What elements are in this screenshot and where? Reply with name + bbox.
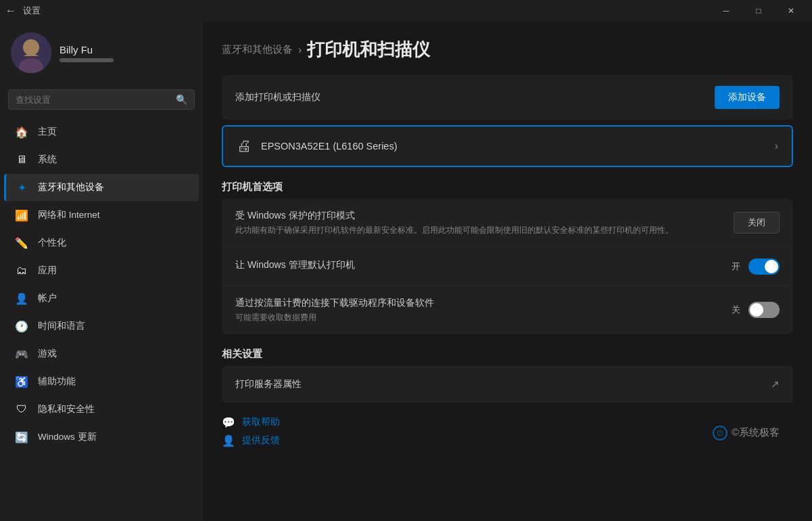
sidebar-item-label: Windows 更新 <box>38 431 97 443</box>
feedback-icon: 👤 <box>222 434 235 447</box>
user-name: Billy Fu <box>59 44 114 55</box>
user-info: Billy Fu <box>59 44 114 62</box>
search-input[interactable] <box>16 95 170 105</box>
sidebar-item-label: 应用 <box>38 265 57 277</box>
sidebar-item-label: 系统 <box>38 154 57 166</box>
content-area: 蓝牙和其他设备 › 打印机和扫描仪 添加打印机或扫描仪 添加设备 🖨 EPSON… <box>203 22 812 521</box>
user-status-bar <box>59 58 114 62</box>
sidebar-item-label: 时间和语言 <box>38 320 85 332</box>
privacy-icon: 🛡 <box>15 403 28 416</box>
toggle-track[interactable] <box>748 258 780 275</box>
watermark-text: ©系统极客 <box>732 426 780 439</box>
toggle-thumb <box>750 303 763 317</box>
toggle-metered[interactable] <box>748 302 780 318</box>
sidebar-item-gaming[interactable]: 🎮 游戏 <box>4 340 199 367</box>
network-icon: 📶 <box>15 208 28 222</box>
pref-row-manage-default: 让 Windows 管理默认打印机 开 <box>222 248 793 286</box>
sidebar-item-privacy[interactable]: 🛡 隐私和安全性 <box>4 396 199 423</box>
pref-row-windows-protection: 受 Windows 保护的打印模式 此功能有助于确保采用打印机软件的最新安全标准… <box>222 199 793 248</box>
breadcrumb-separator: › <box>298 44 302 56</box>
windows-protection-button[interactable]: 关闭 <box>734 212 780 233</box>
prefs-section: 受 Windows 保护的打印模式 此功能有助于确保采用打印机软件的最新安全标准… <box>222 199 793 334</box>
sidebar-item-label: 帐户 <box>38 292 57 304</box>
printer-name: EPSON3A52E1 (L6160 Series) <box>261 141 765 152</box>
page-title: 打印机和扫描仪 <box>307 38 430 62</box>
window-controls: ─ □ ✕ <box>711 0 807 22</box>
watermark: ⊙ ©系统极客 <box>713 426 780 440</box>
pref-row-left: 让 Windows 管理默认打印机 <box>235 259 732 274</box>
sidebar-item-update[interactable]: 🔄 Windows 更新 <box>4 424 199 451</box>
user-profile[interactable]: Billy Fu <box>0 22 203 87</box>
toggle-row-manage-default: 开 <box>732 258 780 275</box>
pref-desc-windows-protection: 此功能有助于确保采用打印机软件的最新安全标准。启用此功能可能会限制使用旧的默认安… <box>235 225 682 236</box>
sidebar-item-home[interactable]: 🏠 主页 <box>4 118 199 145</box>
breadcrumb: 蓝牙和其他设备 › 打印机和扫描仪 <box>222 38 793 62</box>
pref-label-metered: 通过按流量计费的连接下载驱动程序和设备软件 <box>235 297 718 309</box>
sidebar-item-label: 蓝牙和其他设备 <box>38 181 104 194</box>
sidebar-item-label: 个性化 <box>38 237 66 249</box>
sidebar-item-accounts[interactable]: 👤 帐户 <box>4 285 199 312</box>
footer-help-label: 获取帮助 <box>242 416 280 428</box>
main-layout: Billy Fu 🔍 🏠 主页 🖥 系统 ✦ 蓝牙和其他设备 <box>0 22 812 521</box>
search-icon: 🔍 <box>176 94 187 105</box>
accessibility-icon: ♿ <box>15 375 28 388</box>
sidebar-item-network[interactable]: 📶 网络和 Internet <box>4 202 199 229</box>
pref-row-left: 受 Windows 保护的打印模式 此功能有助于确保采用打印机软件的最新安全标准… <box>235 210 734 236</box>
toggle-track[interactable] <box>748 302 780 318</box>
toggle-manage-default[interactable] <box>748 258 780 275</box>
sidebar-item-bluetooth[interactable]: ✦ 蓝牙和其他设备 <box>4 174 199 201</box>
maximize-button[interactable]: □ <box>743 0 774 22</box>
search-container: 🔍 <box>0 87 203 118</box>
sidebar-item-accessibility[interactable]: ♿ 辅助功能 <box>4 368 199 395</box>
printer-item[interactable]: 🖨 EPSON3A52E1 (L6160 Series) › <box>222 125 793 167</box>
content-wrapper: 蓝牙和其他设备 › 打印机和扫描仪 添加打印机或扫描仪 添加设备 🖨 EPSON… <box>222 38 793 453</box>
related-label-print-server: 打印服务器属性 <box>235 378 302 390</box>
update-icon: 🔄 <box>15 430 28 444</box>
sidebar-item-label: 隐私和安全性 <box>38 403 95 415</box>
apps-icon: 🗂 <box>15 264 28 277</box>
pref-row-metered: 通过按流量计费的连接下载驱动程序和设备软件 可能需要收取数据费用 关 <box>222 286 793 334</box>
pref-label-windows-protection: 受 Windows 保护的打印模式 <box>235 210 720 222</box>
toggle-off-label: 关 <box>732 304 740 316</box>
related-title: 相关设置 <box>222 348 793 361</box>
footer-feedback-link[interactable]: 👤 提供反馈 <box>222 434 793 447</box>
sidebar: Billy Fu 🔍 🏠 主页 🖥 系统 ✦ 蓝牙和其他设备 <box>0 22 203 521</box>
printer-chevron-icon: › <box>775 140 778 152</box>
toggle-on-label: 开 <box>732 260 740 273</box>
prefs-title: 打印机首选项 <box>222 181 793 194</box>
minimize-button[interactable]: ─ <box>711 0 742 22</box>
sidebar-item-system[interactable]: 🖥 系统 <box>4 146 199 173</box>
sidebar-item-label: 主页 <box>38 126 57 138</box>
footer-links: 💬 获取帮助 👤 提供反馈 <box>222 416 793 453</box>
accounts-icon: 👤 <box>15 292 28 305</box>
related-print-server[interactable]: 打印服务器属性 ↗ <box>222 366 793 403</box>
breadcrumb-parent[interactable]: 蓝牙和其他设备 <box>222 43 293 56</box>
close-button[interactable]: ✕ <box>775 0 807 22</box>
add-printer-label: 添加打印机或扫描仪 <box>235 91 320 104</box>
back-button[interactable]: ← <box>5 5 16 17</box>
sidebar-item-personalization[interactable]: ✏️ 个性化 <box>4 229 199 256</box>
sidebar-item-label: 辅助功能 <box>38 376 76 388</box>
bluetooth-icon: ✦ <box>15 181 28 194</box>
time-icon: 🕐 <box>15 319 28 333</box>
sidebar-item-label: 游戏 <box>38 348 57 360</box>
search-box[interactable]: 🔍 <box>8 89 195 110</box>
external-link-icon: ↗ <box>771 378 780 390</box>
add-device-button[interactable]: 添加设备 <box>715 86 780 109</box>
add-printer-section: 添加打印机或扫描仪 添加设备 <box>222 75 793 120</box>
personalization-icon: ✏️ <box>15 236 28 250</box>
footer-feedback-label: 提供反馈 <box>242 434 280 447</box>
gaming-icon: 🎮 <box>15 347 28 361</box>
sidebar-item-apps[interactable]: 🗂 应用 <box>4 257 199 284</box>
app-title: 设置 <box>23 5 41 17</box>
sidebar-item-time[interactable]: 🕐 时间和语言 <box>4 313 199 340</box>
home-icon: 🏠 <box>15 125 28 139</box>
watermark-icon: ⊙ <box>713 426 727 440</box>
svg-point-1 <box>23 39 39 55</box>
help-icon: 💬 <box>222 416 235 429</box>
titlebar: ← 设置 ─ □ ✕ <box>0 0 812 22</box>
sidebar-nav: 🏠 主页 🖥 系统 ✦ 蓝牙和其他设备 📶 网络和 Internet ✏️ 个性… <box>0 118 203 451</box>
pref-row-left: 通过按流量计费的连接下载驱动程序和设备软件 可能需要收取数据费用 <box>235 297 732 323</box>
footer-help-link[interactable]: 💬 获取帮助 <box>222 416 793 429</box>
toggle-thumb <box>765 260 778 273</box>
